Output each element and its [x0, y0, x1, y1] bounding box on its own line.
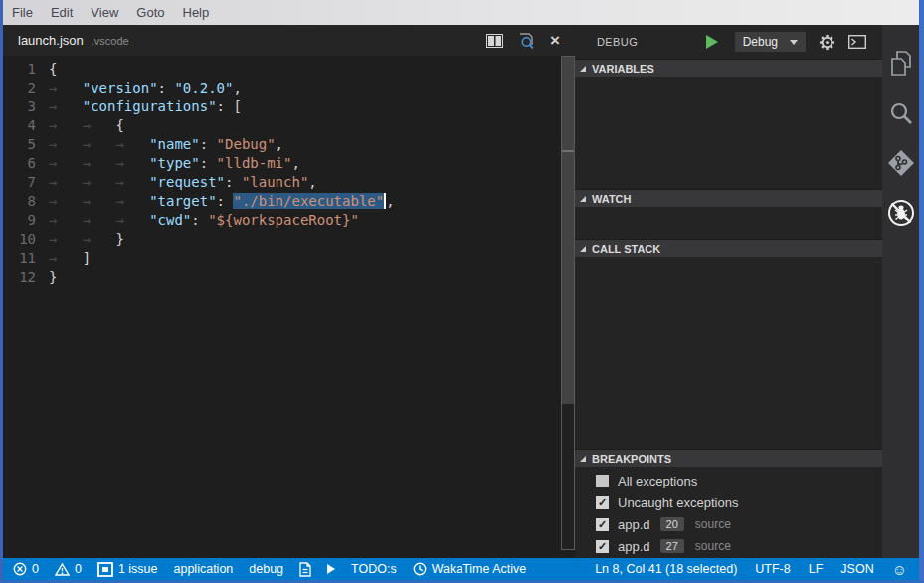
code-line[interactable]: 7→ → → "request": "launch",	[3, 173, 561, 192]
code-line[interactable]: 2→ "version": "0.2.0",	[3, 79, 561, 97]
checkbox-unchecked[interactable]	[596, 475, 609, 487]
menu-edit[interactable]: Edit	[42, 0, 82, 25]
section-header-watch[interactable]: WATCH	[575, 189, 882, 207]
breakpoint-label: app.d	[618, 539, 650, 554]
line-number[interactable]: 2	[3, 79, 49, 97]
debug-icon[interactable]	[882, 188, 919, 238]
issues-status[interactable]: 1 issue	[97, 562, 158, 577]
line-number[interactable]: 1	[3, 60, 49, 79]
feedback-smiley-icon[interactable]: ☺	[892, 562, 907, 577]
line-number[interactable]: 6	[3, 154, 49, 173]
line-number[interactable]: 11	[3, 249, 49, 268]
line-number[interactable]: 12	[3, 268, 49, 287]
code-lines[interactable]: 1{2→ "version": "0.2.0",3→ "configuratio…	[3, 56, 561, 558]
eol-indicator[interactable]: LF	[809, 562, 824, 576]
explorer-icon[interactable]	[882, 39, 919, 89]
section-header-variables[interactable]: VARIABLES	[575, 59, 882, 77]
code-text: → → {	[49, 116, 124, 135]
twistie-icon	[580, 66, 586, 72]
twistie-icon	[580, 456, 586, 462]
menu-file[interactable]: File	[3, 0, 42, 25]
run-task-icon[interactable]	[327, 564, 335, 574]
build-config-status[interactable]: debug	[249, 562, 283, 576]
problems-errors[interactable]: 0	[13, 562, 39, 576]
statusbar-left: 0 0 1 issue application	[13, 562, 526, 577]
line-number[interactable]: 7	[3, 173, 49, 192]
code-line[interactable]: 3→ "configurations": [	[3, 97, 561, 116]
line-number[interactable]: 9	[3, 211, 49, 230]
main-area: launch.json .vscode	[3, 25, 919, 558]
code-line[interactable]: 10→ → }	[3, 230, 561, 249]
section-title: WATCH	[592, 193, 632, 205]
menu-goto[interactable]: Goto	[127, 0, 173, 25]
code-line[interactable]: 12}	[3, 268, 561, 287]
wakatime-status[interactable]: WakaTime Active	[413, 562, 527, 576]
checkbox-checked[interactable]: ✓	[596, 540, 609, 553]
search-icon[interactable]	[882, 89, 919, 138]
code-text: → → → "request": "launch",	[49, 173, 317, 192]
twistie-icon	[580, 196, 586, 202]
split-editor-icon[interactable]	[486, 34, 503, 48]
debug-config-dropdown[interactable]: Debug	[735, 32, 806, 52]
warning-icon	[55, 563, 70, 576]
editor-body: 1{2→ "version": "0.2.0",3→ "configuratio…	[3, 56, 575, 558]
issues-label: 1 issue	[118, 562, 158, 576]
code-text: → "version": "0.2.0",	[49, 79, 242, 97]
line-number[interactable]: 5	[3, 135, 49, 154]
breakpoint-line-badge: 27	[660, 539, 684, 553]
checkbox-checked[interactable]: ✓	[596, 518, 609, 531]
code-text: }	[49, 268, 57, 287]
editor-scrollbar[interactable]	[561, 56, 575, 558]
project-status[interactable]: application	[174, 562, 234, 576]
encoding-indicator[interactable]: UTF-8	[755, 562, 790, 576]
code-line[interactable]: 1{	[3, 60, 561, 79]
open-preview-icon[interactable]	[518, 33, 535, 49]
menu-view[interactable]: View	[82, 0, 127, 25]
start-debug-icon[interactable]	[706, 35, 718, 49]
breakpoint-row[interactable]: ✓app.d27source	[575, 535, 882, 557]
section-header-call-stack[interactable]: CALL STACK	[575, 239, 882, 257]
build-config-label: debug	[249, 562, 283, 576]
code-text: → → → "cwd": "${workspaceRoot}"	[49, 211, 359, 230]
error-count: 0	[32, 562, 39, 576]
close-editor-icon[interactable]: ×	[550, 34, 560, 48]
code-text: → → }	[49, 230, 124, 249]
line-number[interactable]: 4	[3, 116, 49, 135]
checkbox-checked[interactable]: ✓	[596, 496, 609, 509]
line-number[interactable]: 3	[3, 97, 49, 116]
tab-filename[interactable]: launch.json	[18, 33, 84, 48]
cursor-position[interactable]: Ln 8, Col 41 (18 selected)	[595, 562, 737, 576]
problems-warnings[interactable]: 0	[55, 562, 82, 576]
code-line[interactable]: 6→ → → "type": "lldb-mi",	[3, 154, 561, 173]
watch-body	[575, 207, 882, 239]
section-title: BREAKPOINTS	[592, 453, 671, 465]
git-icon[interactable]	[882, 138, 919, 188]
section-header-breakpoints[interactable]: BREAKPOINTS	[575, 449, 882, 467]
debug-console-icon[interactable]	[848, 35, 866, 49]
scrollbar-thumb[interactable]	[562, 57, 574, 404]
twistie-icon	[580, 246, 586, 252]
line-number[interactable]: 10	[3, 230, 49, 249]
menubar: FileEditViewGotoHelp	[3, 0, 919, 25]
vscode-window: FileEditViewGotoHelp launch.json .vscode	[0, 0, 924, 583]
code-line[interactable]: 8→ → → "target": "./bin/executable",	[3, 192, 561, 211]
code-text: → → → "name": "Debug",	[49, 135, 283, 154]
language-mode[interactable]: JSON	[840, 562, 873, 576]
code-line[interactable]: 11→ ]	[3, 249, 561, 268]
configure-gear-icon[interactable]	[819, 34, 835, 51]
statusbar: 0 0 1 issue application	[3, 558, 919, 580]
scrollbar-track[interactable]	[561, 56, 575, 550]
breakpoint-detail: source	[695, 517, 731, 531]
menu-help[interactable]: Help	[174, 0, 219, 25]
breakpoint-row[interactable]: ✓app.d20source	[575, 513, 882, 535]
breakpoint-row[interactable]: All exceptions	[575, 470, 882, 491]
code-line[interactable]: 4→ → {	[3, 116, 561, 135]
breakpoint-row[interactable]: ✓Uncaught exceptions	[575, 491, 882, 513]
code-line[interactable]: 9→ → → "cwd": "${workspaceRoot}"	[3, 211, 561, 230]
line-number[interactable]: 8	[3, 192, 49, 211]
file-icon[interactable]	[299, 562, 311, 577]
code-line[interactable]: 5→ → → "name": "Debug",	[3, 135, 561, 154]
section-title: VARIABLES	[592, 63, 654, 75]
warning-count: 0	[75, 562, 82, 576]
todo-status[interactable]: TODO:s	[351, 562, 397, 576]
